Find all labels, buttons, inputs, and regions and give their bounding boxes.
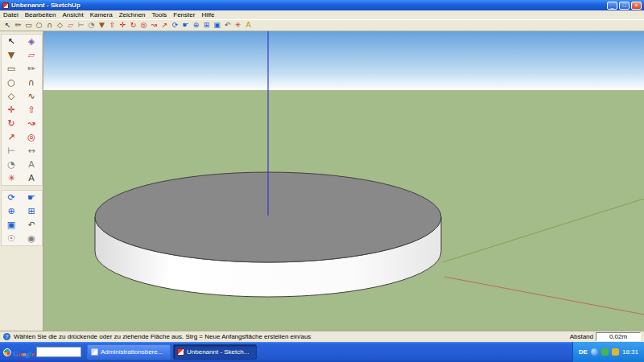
sketchup-icon [177, 348, 184, 356]
sky [43, 31, 644, 90]
menu-bearbeiten[interactable]: Bearbeiten [22, 11, 60, 19]
push-pull-tool-icon[interactable]: ⇧ [22, 103, 42, 117]
circle-tool-icon[interactable]: ○ [34, 20, 44, 31]
freehand-tool-icon[interactable]: ∿ [22, 89, 42, 103]
tape-measure-tool-icon[interactable]: ⊢ [2, 144, 22, 158]
push-pull-tool-icon[interactable]: ⇧ [107, 20, 118, 31]
protractor-tool-icon[interactable]: ◔ [86, 20, 97, 31]
offset-tool-icon[interactable]: ◎ [138, 20, 149, 31]
menu-zeichnen[interactable]: Zeichnen [116, 11, 149, 19]
zoom-extents-tool-icon[interactable]: ▣ [2, 218, 22, 232]
rectangle-tool-icon[interactable]: ▭ [23, 20, 34, 31]
google-logo: Google [13, 345, 35, 360]
measurement-box: Abstand 0,02m [570, 332, 641, 341]
zoom-window-tool-icon[interactable]: ⊞ [201, 20, 212, 31]
follow-me-tool-icon[interactable]: ↝ [149, 20, 159, 31]
scale-tool-icon[interactable]: ↗ [159, 20, 170, 31]
paint-bucket-tool-icon[interactable]: ▼ [2, 48, 22, 62]
rotate-tool-icon[interactable]: ↻ [128, 20, 138, 31]
measurement-label: Abstand [570, 333, 593, 340]
google-icon [3, 348, 11, 356]
close-button[interactable]: × [631, 2, 642, 10]
paint-bucket-tool-icon[interactable]: ▼ [97, 20, 107, 31]
look-around-icon[interactable]: ◉ [22, 232, 42, 245]
protractor-tool-icon[interactable]: ◔ [2, 158, 22, 171]
zoom-window-tool-icon[interactable]: ⊞ [22, 204, 42, 218]
tool-palette-sidebar: ↖◈▼▱▭✏○∩◇∿✛⇧↻↝↗◎⊢↔◔A✳A ⟳☛⊕⊞▣↶☉◉ [0, 31, 43, 331]
zoom-tool-icon[interactable]: ⊕ [2, 204, 22, 218]
arc-tool-icon[interactable]: ∩ [22, 76, 42, 89]
move-tool-icon[interactable]: ✛ [118, 20, 128, 31]
tray-icon-2[interactable] [601, 348, 609, 356]
window-title: Unbenannt - SketchUp [11, 2, 605, 9]
menu-ansicht[interactable]: Ansicht [59, 11, 86, 19]
pan-tool-icon[interactable]: ☛ [180, 20, 191, 31]
line-tool-icon[interactable]: ✏ [13, 20, 23, 31]
previous-view-icon[interactable]: ↶ [22, 218, 42, 232]
status-hint: Wählen Sie die zu drückende oder zu zieh… [14, 333, 567, 340]
circle-tool-icon[interactable]: ○ [2, 76, 22, 89]
orbit-tool-icon[interactable]: ⟳ [2, 191, 22, 204]
tray-icon-3[interactable] [612, 348, 619, 356]
zoom-tool-icon[interactable]: ⊕ [191, 20, 201, 31]
statusbar: ? Wählen Sie die zu drückende oder zu zi… [0, 331, 644, 342]
select-tool-icon[interactable]: ↖ [2, 20, 13, 31]
orbit-tool-icon[interactable]: ⟳ [170, 20, 180, 31]
menu-hilfe[interactable]: Hilfe [198, 11, 217, 19]
toolbar: ↖✏▭○∩◇▱⊢◔▼⇧✛↻◎↝↗⟳☛⊕⊞▣↶✳A [0, 20, 644, 31]
menu-tools[interactable]: Tools [149, 11, 171, 19]
context-help-icon[interactable]: ? [3, 333, 10, 340]
follow-me-tool-icon[interactable]: ↝ [22, 117, 42, 130]
taskbar-button-administration[interactable]: Administrationsbere... [87, 344, 171, 360]
axes-tool-icon[interactable]: ✳ [2, 171, 22, 185]
eraser-tool-icon[interactable]: ▱ [65, 20, 76, 31]
tape-measure-tool-icon[interactable]: ⊢ [76, 20, 86, 31]
taskbar-button-label: Administrationsbere... [101, 348, 163, 356]
window-icon [91, 348, 98, 356]
tray-icon-1[interactable] [591, 348, 598, 356]
offset-tool-icon[interactable]: ◎ [22, 130, 42, 144]
line-tool-icon[interactable]: ✏ [22, 62, 42, 76]
large-tool-set: ↖◈▼▱▭✏○∩◇∿✛⇧↻↝↗◎⊢↔◔A✳A [1, 34, 43, 186]
polygon-tool-icon[interactable]: ◇ [55, 20, 65, 31]
camera-tool-set: ⟳☛⊕⊞▣↶☉◉ [1, 190, 43, 246]
main-area: ↖◈▼▱▭✏○∩◇∿✛⇧↻↝↗◎⊢↔◔A✳A ⟳☛⊕⊞▣↶☉◉ [0, 31, 644, 331]
taskbar-button-sketchup[interactable]: Unbenannt - Sketch... [173, 344, 257, 360]
select-tool-icon[interactable]: ↖ [2, 35, 22, 48]
text-tool-icon[interactable]: A [243, 20, 254, 31]
previous-view-icon[interactable]: ↶ [222, 20, 233, 31]
google-search-input[interactable] [36, 347, 81, 357]
menu-fenster[interactable]: Fenster [170, 11, 198, 19]
sketchup-logo-icon [2, 2, 9, 9]
taskbar-clock: 18:31 [622, 348, 638, 356]
rectangle-tool-icon[interactable]: ▭ [2, 62, 22, 76]
move-tool-icon[interactable]: ✛ [2, 103, 22, 117]
viewport-3d[interactable] [43, 31, 644, 331]
menu-datei[interactable]: Datei [0, 11, 22, 19]
3d-text-tool-icon[interactable]: A [22, 171, 42, 185]
eraser-tool-icon[interactable]: ▱ [22, 48, 42, 62]
language-indicator[interactable]: DE [579, 348, 588, 356]
scale-tool-icon[interactable]: ↗ [2, 130, 22, 144]
make-component-icon[interactable]: ◈ [22, 35, 42, 48]
menu-kamera[interactable]: Kamera [87, 11, 116, 19]
zoom-extents-tool-icon[interactable]: ▣ [212, 20, 222, 31]
rotate-tool-icon[interactable]: ↻ [2, 117, 22, 130]
position-camera-icon[interactable]: ☉ [2, 232, 22, 245]
pan-tool-icon[interactable]: ☛ [22, 191, 42, 204]
polygon-tool-icon[interactable]: ◇ [2, 89, 22, 103]
menubar: DateiBearbeitenAnsichtKameraZeichnenTool… [0, 10, 644, 20]
viewport-canvas[interactable] [43, 31, 644, 331]
titlebar[interactable]: Unbenannt - SketchUp _ □ × [0, 0, 644, 10]
taskbar: Google Administrationsbere... Unbenannt … [0, 342, 644, 362]
google-deskbar: Google [0, 345, 85, 360]
taskbar-button-label: Unbenannt - Sketch... [187, 348, 249, 356]
measurement-value-field[interactable]: 0,02m [596, 332, 641, 341]
maximize-button[interactable]: □ [619, 2, 630, 10]
arc-tool-icon[interactable]: ∩ [44, 20, 55, 31]
text-tool-icon[interactable]: A [22, 158, 42, 171]
axes-tool-icon[interactable]: ✳ [233, 20, 243, 31]
window-controls: _ □ × [607, 2, 642, 10]
dimension-tool-icon[interactable]: ↔ [22, 144, 42, 158]
minimize-button[interactable]: _ [607, 2, 617, 10]
